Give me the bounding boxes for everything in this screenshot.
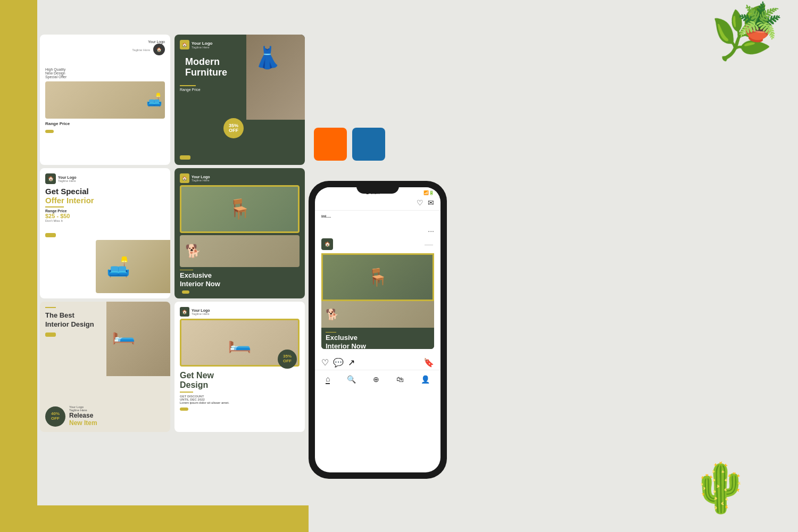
comment-icon[interactable]: 💬 — [333, 358, 344, 368]
card2-furniture-image — [246, 35, 305, 120]
card4-tagline: Tagline Here — [192, 179, 210, 182]
succulent-top: 🪴 — [733, 0, 786, 47]
insta-dog-strip — [321, 301, 434, 328]
card2-tagline: Tagline Here — [192, 46, 212, 49]
card4-call-btn[interactable] — [182, 290, 189, 294]
card4-logo-row: 🏠 Your Logo Tagline Here — [180, 173, 300, 183]
card1-logo-icon: 🏠 — [153, 44, 165, 55]
card2-yellow-line — [180, 85, 196, 86]
phone-outer: ▲ 0.3K 📶🔋 ♡ ✉ ini.... ··· — [309, 181, 447, 479]
card6-logo-text: Your Logo — [192, 309, 210, 312]
card1-price-label: Range Price — [45, 121, 165, 126]
card3-logo-text: Your Logo — [58, 176, 76, 179]
card2-badge: 35%OFF — [223, 118, 244, 138]
cards-grid: Your LogoTagline Here 🏠 High QualityNew … — [40, 35, 306, 432]
card6-heading: Get NewDesign — [180, 371, 300, 389]
card1-heading — [45, 57, 165, 66]
ps-badge — [352, 128, 385, 161]
card1-button-area[interactable] — [45, 128, 165, 134]
share-icon[interactable]: ↗ — [348, 358, 355, 368]
card1-logo-area: Your LogoTagline Here 🏠 — [45, 40, 165, 55]
card1-features: High QualityNew DesignSpecial Offer — [45, 68, 165, 79]
yellow-bottom-bar — [0, 505, 309, 532]
phone-notch — [356, 181, 399, 194]
nav-profile[interactable]: 👤 — [421, 375, 430, 384]
card3-store-btn[interactable] — [45, 233, 56, 237]
cactus-bottom: 🌵 — [691, 460, 750, 516]
phone-bottom-nav: ⌂ 🔍 ⊕ 🛍 👤 — [315, 370, 440, 386]
card-get-interior: Your LogoTagline Here 🏠 High QualityNew … — [40, 35, 170, 165]
card6-logo-row: 🏠 Your Logo Tagline Here — [180, 307, 300, 317]
card5-release-heading: ReleaseNew Item — [69, 412, 97, 427]
phone-screen: ▲ 0.3K 📶🔋 ♡ ✉ ini.... ··· — [315, 187, 440, 472]
software-badges-container — [314, 128, 385, 161]
card3-yellow-line — [45, 206, 64, 207]
card1-image — [45, 81, 165, 119]
phone-dot-menu[interactable]: ··· — [315, 227, 440, 235]
nav-search[interactable]: 🔍 — [347, 375, 356, 384]
phone-mockup: ▲ 0.3K 📶🔋 ♡ ✉ ini.... ··· — [309, 181, 458, 489]
ai-badge — [314, 128, 347, 161]
card6-discount: GET DISCOUNTUNTIL DEC 2022Lorem ipsum do… — [180, 395, 300, 404]
card2-get-btn[interactable] — [180, 155, 190, 160]
card6-badge: 35%OFF — [278, 350, 297, 369]
card5-yellow-line — [45, 307, 56, 308]
card4-logo-text: Your Logo — [192, 175, 210, 179]
nav-shop[interactable]: 🛍 — [396, 375, 404, 384]
insta-avatar: 🏠 — [321, 238, 333, 250]
card3-logo-icon: 🏠 — [45, 173, 56, 184]
card4-footer — [180, 290, 300, 294]
nav-home[interactable]: ⌂ — [326, 375, 330, 384]
card3-price: $25 - $50 — [45, 213, 70, 219]
card3-price-label: Range Price$25 - $50 — [45, 209, 165, 219]
card6-yellow-line — [180, 392, 193, 393]
insta-post-header: 🏠 —— — [321, 235, 434, 253]
card5-bedroom-image — [106, 302, 170, 376]
card3-heading: Get SpecialOffer Interior — [45, 187, 165, 205]
insta-post: 🏠 —— ExclusiveInterior Now — [321, 235, 434, 349]
insta-post-chair-image — [321, 253, 434, 301]
phone-comment-area: ini.... — [315, 211, 440, 227]
card6-call-btn[interactable] — [180, 408, 188, 411]
card-get-new-design: 🏠 Your Logo Tagline Here 35%OFF Get NewD… — [174, 302, 305, 432]
card4-logo-icon: 🏠 — [180, 173, 189, 183]
insta-post-heading: ExclusiveInterior Now — [326, 334, 430, 349]
card4-dog-image — [180, 235, 300, 267]
card4-top-image — [180, 185, 300, 233]
card5-badge: 40%OFF — [45, 406, 65, 427]
phone-comment-user: ini.... — [321, 214, 331, 219]
phone-stats — [315, 349, 440, 353]
card-best-interior: The BestInterior Design 40%OFF Your Logo… — [40, 302, 170, 432]
card2-logo-icon: 🏠 — [180, 40, 189, 49]
insta-yellow-dots: —— — [425, 242, 433, 247]
card6-logo-icon: 🏠 — [180, 307, 189, 317]
card5-logo-mini: Your LogoTagline Here — [69, 405, 97, 412]
card6-tagline: Tagline Here — [192, 312, 210, 315]
insta-yellow-line — [326, 332, 336, 332]
bookmark-icon[interactable]: 🔖 — [423, 358, 434, 368]
card3-tagline: Tagline Here — [58, 179, 76, 182]
heart-icon[interactable]: ♡ — [417, 198, 423, 207]
card3-sub: Don't Miss It — [45, 219, 165, 222]
card4-yellow-line — [180, 270, 193, 270]
insta-post-bottom: ExclusiveInterior Now — [321, 328, 434, 349]
like-icon[interactable]: ♡ — [321, 358, 329, 368]
card-special-offer: 🏠 Your Logo Tagline Here Get SpecialOffe… — [40, 168, 170, 298]
card4-heading: ExclusiveInterior Now — [180, 271, 300, 288]
card-modern-furniture: 🏠 Your Logo Tagline Here ModernFurniture… — [174, 35, 305, 165]
phone-action-row: ♡ 💬 ↗ 🔖 — [315, 355, 440, 370]
card5-release: Your LogoTagline Here ReleaseNew Item — [69, 405, 97, 427]
insta-post-content: ExclusiveInterior Now — [321, 253, 434, 349]
card5-special-btn[interactable] — [45, 332, 56, 337]
message-icon[interactable]: ✉ — [428, 198, 434, 207]
phone-header-icons: ♡ ✉ — [417, 198, 434, 207]
phone-header: ♡ ✉ — [315, 196, 440, 211]
card1-contact-btn[interactable] — [45, 130, 54, 133]
card-exclusive-interior: 🏠 Your Logo Tagline Here ExclusiveInteri… — [174, 168, 305, 298]
card3-living-image — [96, 240, 170, 293]
action-icons: ♡ 💬 ↗ — [321, 358, 355, 368]
card2-logo-text: Your Logo — [192, 41, 212, 46]
nav-add[interactable]: ⊕ — [373, 375, 379, 384]
card3-logo-row: 🏠 Your Logo Tagline Here — [45, 173, 165, 184]
yellow-left-bar — [0, 0, 37, 532]
